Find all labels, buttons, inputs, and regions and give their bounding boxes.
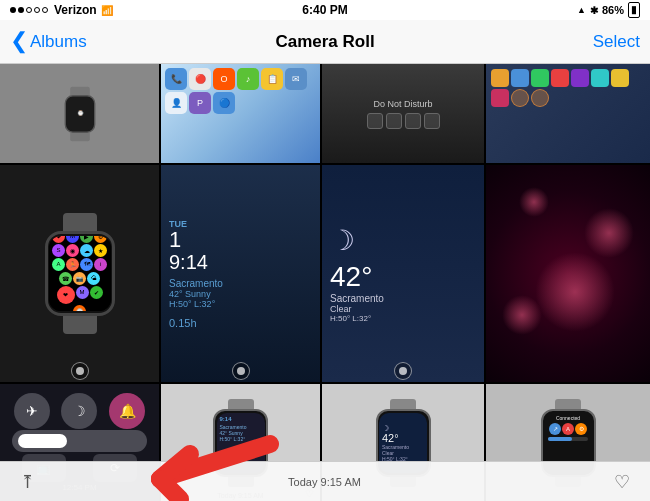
app-icon: [571, 69, 589, 87]
location-icon: ▲: [577, 5, 586, 15]
app-icon: [511, 69, 529, 87]
night-desc: Clear: [330, 304, 476, 314]
grid-item-r2c3[interactable]: ☽ 42° Sacramento Clear H:50° L:32°: [322, 165, 484, 382]
app-icon: [491, 69, 509, 87]
bluetooth-icon: ✱: [590, 5, 598, 16]
page-title: Camera Roll: [275, 32, 374, 52]
nav-bar: ❮ Albums Camera Roll Select: [0, 20, 650, 64]
slider-fill: [18, 434, 67, 448]
signal-dot-5: [42, 7, 48, 13]
back-label[interactable]: Albums: [30, 32, 87, 52]
app-icon: ⚙: [94, 236, 107, 243]
weather-date: 1: [169, 229, 312, 251]
app-icon: [491, 89, 509, 107]
heart-button[interactable]: ♡: [614, 471, 630, 493]
app-icon: 📞: [165, 68, 187, 90]
signal-dot-4: [34, 7, 40, 13]
bell-btn[interactable]: 🔔: [109, 393, 145, 429]
status-time: 6:40 PM: [302, 3, 347, 17]
weather-extra: 0.15h: [169, 317, 312, 329]
status-left: Verizon 📶: [10, 3, 113, 17]
weather-hi-lo: H:50° L:32°: [169, 299, 312, 309]
checkmark-icon: [531, 89, 549, 107]
app-icon: 🔵: [213, 92, 235, 114]
night-hilo: H:50° L:32°: [330, 314, 476, 323]
app-icon: ✉: [285, 68, 307, 90]
app-icon: 📋: [261, 68, 283, 90]
cc-top-row: ✈ ☽ 🔔: [8, 393, 151, 429]
app-icon: [611, 69, 629, 87]
weather-day: TUE: [169, 219, 312, 229]
grid-item-r1c4[interactable]: [486, 64, 650, 163]
grid-icon: [386, 113, 402, 129]
signal-dots: [10, 7, 48, 13]
back-button[interactable]: ❮ Albums: [10, 32, 87, 52]
app-icon: ❤: [52, 236, 65, 243]
status-bar: Verizon 📶 6:40 PM ▲ ✱ 86% ▮: [0, 0, 650, 20]
bokeh-circle-3: [502, 295, 542, 335]
signal-dot-3: [26, 7, 32, 13]
app-icon: [551, 69, 569, 87]
grid-item-r2c1[interactable]: ❤ M ▶ ⚙ S ◉ ☁ ★ A 🏃 🗺 i ☎: [0, 165, 159, 382]
app-icon: 🕐: [73, 305, 86, 312]
watch-app-icon: ↗: [549, 423, 561, 435]
signal-dot-1: [10, 7, 16, 13]
screenshot-indicator: [394, 362, 412, 380]
share-button[interactable]: ⤒: [20, 471, 35, 493]
moon-btn[interactable]: ☽: [61, 393, 97, 429]
battery-percent: 86%: [602, 4, 624, 16]
app-icon: ★: [94, 244, 107, 257]
app-icon: i: [94, 258, 107, 271]
app-icon: ▶: [80, 236, 93, 243]
app-icon: [591, 69, 609, 87]
brightness-slider: [8, 430, 151, 452]
grid-item-r1c3[interactable]: Do Not Disturb: [322, 64, 484, 163]
wifi-icon: 📶: [101, 5, 113, 16]
grid-item-r1c1[interactable]: ⌚: [0, 64, 159, 163]
grid-icon: [405, 113, 421, 129]
checkmark-icon: [511, 89, 529, 107]
app-icon: M: [66, 236, 79, 243]
progress-bar: [548, 437, 588, 441]
app-icon: 🌤: [87, 272, 100, 285]
select-button[interactable]: Select: [593, 32, 640, 52]
grid-icon: [367, 113, 383, 129]
battery-icon: ▮: [628, 2, 640, 18]
airplane-mode-btn[interactable]: ✈: [14, 393, 50, 429]
app-icon: 🔴: [189, 68, 211, 90]
grid-item-r2c2[interactable]: TUE 1 9:14 Sacramento 42° Sunny H:50° L:…: [161, 165, 320, 382]
app-icon: ◉: [66, 244, 79, 257]
moon-icon: ☽: [330, 224, 476, 257]
weather-city: Sacramento: [169, 278, 312, 289]
weather-time: 9:14: [169, 251, 312, 274]
toolbar-timestamp: Today 9:15 AM: [288, 476, 361, 488]
app-icon: ☎: [59, 272, 72, 285]
night-temp: 42°: [330, 261, 476, 293]
app-icon: ✔: [90, 286, 103, 299]
app-icon: M: [76, 286, 89, 299]
grid-item-r2c4[interactable]: [486, 165, 650, 382]
photo-grid: ⌚ 📞 🔴 O ♪ 📋 ✉ 👤 P 🔵 Do Not Disturb: [0, 64, 650, 501]
watch-app-icon: A: [562, 423, 574, 435]
bokeh-circle-2: [584, 208, 634, 258]
app-icon: P: [189, 92, 211, 114]
app-icon: O: [213, 68, 235, 90]
weather-temp-detail: 42° Sunny: [169, 289, 312, 299]
bokeh-circle-4: [519, 187, 549, 217]
app-icon: 🏃: [66, 258, 79, 271]
bokeh-circle-1: [535, 252, 615, 332]
back-chevron-icon: ❮: [10, 30, 28, 52]
app-icon: S: [52, 244, 65, 257]
photo-toolbar: ⤒ Today 9:15 AM ♡: [0, 461, 650, 501]
si-dot: [399, 367, 407, 375]
status-right: ▲ ✱ 86% ▮: [577, 2, 640, 18]
signal-dot-2: [18, 7, 24, 13]
watch-app-icon: ⚙: [575, 423, 587, 435]
app-icon: 🗺: [80, 258, 93, 271]
grid-item-r1c2[interactable]: 📞 🔴 O ♪ 📋 ✉ 👤 P 🔵: [161, 64, 320, 163]
app-icon: 👤: [165, 92, 187, 114]
grid-icon: [424, 113, 440, 129]
si-dot: [76, 367, 84, 375]
app-icon: 📷: [73, 272, 86, 285]
app-icon: A: [52, 258, 65, 271]
